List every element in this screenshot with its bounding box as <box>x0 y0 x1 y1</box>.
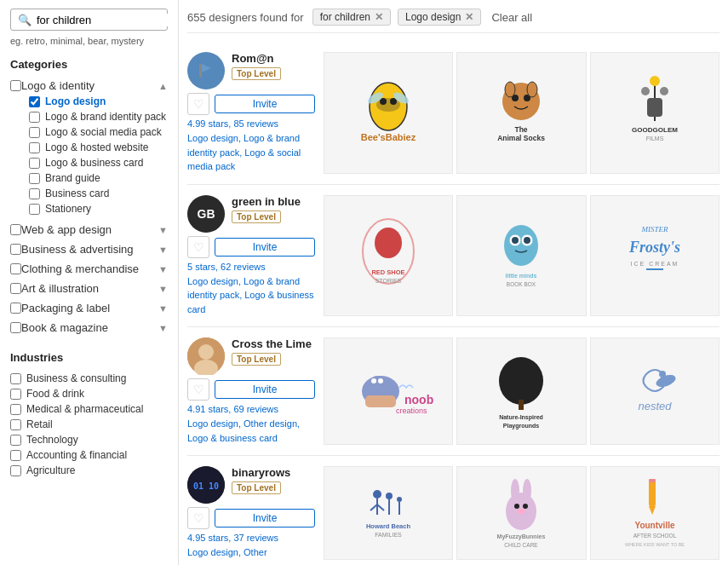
industry-agriculture-checkbox[interactable] <box>10 465 21 476</box>
category-clothing-checkbox[interactable] <box>10 263 21 274</box>
designer-name-ctl[interactable]: Cross the Lime <box>232 337 315 350</box>
svg-text:CHILD CARE: CHILD CARE <box>505 542 539 548</box>
logo-goodgolem: GOODGOLEM FILMS <box>608 74 702 151</box>
search-bar: 🔍 ✕ <box>10 9 168 31</box>
category-web-app[interactable]: Web & app design ▼ <box>10 220 168 239</box>
subcat-business-card-checkbox[interactable] <box>29 188 40 199</box>
designer-name-binaryrows[interactable]: binaryrows <box>232 466 315 479</box>
portfolio-nature-playgrounds[interactable]: Nature-Inspired Playgrounds <box>456 337 586 445</box>
svg-point-52 <box>654 372 677 389</box>
industry-business-checkbox[interactable] <box>10 373 21 384</box>
portfolio-bees-babiez[interactable]: Bee'sBabiez <box>324 52 453 174</box>
invite-button-roman[interactable]: Invite <box>215 95 315 113</box>
rating-link-binaryrows[interactable]: 4.95 stars, 37 reviews <box>187 533 278 543</box>
industry-food[interactable]: Food & drink <box>10 386 168 401</box>
subcat-logo-design-checkbox[interactable] <box>29 96 40 107</box>
svg-point-27 <box>504 225 538 266</box>
search-suggestions: eg. retro, minimal, bear, mystery <box>10 36 168 46</box>
heart-invite-roman: ♡ Invite <box>187 93 315 115</box>
filter-tag-for-children[interactable]: for children ✕ <box>312 9 391 26</box>
portfolio-frostys[interactable]: MISTER Frosty's ICE CREAM <box>590 195 719 317</box>
filter-tag-logo-design[interactable]: Logo design ✕ <box>398 9 481 26</box>
designer-name-roman[interactable]: Rom@n <box>232 52 315 65</box>
category-logo-identity-header[interactable]: Logo & identity ▲ <box>10 78 168 94</box>
designer-level-gib: Top Level <box>232 210 281 223</box>
logo-bees-babiez: Bee'sBabiez <box>346 74 431 151</box>
heart-button-roman[interactable]: ♡ <box>187 93 209 115</box>
svg-rect-77 <box>649 479 656 482</box>
industry-technology[interactable]: Technology <box>10 432 168 447</box>
portfolio-noob[interactable]: noob creations <box>324 337 453 445</box>
industry-food-checkbox[interactable] <box>10 389 21 400</box>
industry-agriculture[interactable]: Agriculture <box>10 463 168 478</box>
category-book[interactable]: Book & magazine ▼ <box>10 318 168 337</box>
invite-button-gib[interactable]: Invite <box>215 238 315 257</box>
industry-accounting[interactable]: Accounting & financial <box>10 447 168 463</box>
subcat-logo-social-checkbox[interactable] <box>29 127 40 138</box>
industry-business[interactable]: Business & consulting <box>10 371 168 386</box>
category-web-app-checkbox[interactable] <box>10 224 21 235</box>
rating-link-gib[interactable]: 5 stars, 62 reviews <box>187 262 266 272</box>
category-book-checkbox[interactable] <box>10 322 21 333</box>
svg-text:WHERE KIDS WANT TO BE: WHERE KIDS WANT TO BE <box>625 542 685 547</box>
svg-point-57 <box>373 490 381 499</box>
industry-medical[interactable]: Medical & pharmaceutical <box>10 401 168 417</box>
category-business-adv-checkbox[interactable] <box>10 244 21 255</box>
portfolio-nested[interactable]: nested <box>590 337 719 445</box>
subcat-logo-biz-card-checkbox[interactable] <box>29 158 40 169</box>
portfolio-goodgolem[interactable]: GOODGOLEM FILMS <box>590 52 719 174</box>
heart-invite-ctl: ♡ Invite <box>187 378 315 401</box>
subcat-logo-brand-checkbox[interactable] <box>29 112 40 123</box>
remove-filter-logo-design[interactable]: ✕ <box>465 11 473 23</box>
category-art[interactable]: Art & illustration ▼ <box>10 279 168 298</box>
search-input[interactable] <box>37 14 179 26</box>
category-art-checkbox[interactable] <box>10 283 21 294</box>
subcat-logo-hosted-checkbox[interactable] <box>29 142 40 153</box>
industry-accounting-checkbox[interactable] <box>10 450 21 461</box>
category-logo-identity-checkbox[interactable] <box>10 80 21 91</box>
remove-filter-for-children[interactable]: ✕ <box>375 11 383 23</box>
designer-info-ctl: Cross the Lime Top Level ♡ Invite 4.91 s… <box>187 337 324 445</box>
invite-button-binaryrows[interactable]: Invite <box>215 509 315 528</box>
heart-button-ctl[interactable]: ♡ <box>187 378 209 401</box>
industry-technology-checkbox[interactable] <box>10 435 21 446</box>
portfolio-howard-beach[interactable]: Howard Beach FAMILIES <box>324 466 453 560</box>
logo-little-minds: little minds BOOK BOX <box>474 213 568 298</box>
portfolio-animal-socks[interactable]: The Animal Socks <box>456 52 586 174</box>
chevron-down-icon-3: ▼ <box>158 264 168 274</box>
subcat-logo-hosted[interactable]: Logo & hosted website <box>27 140 168 155</box>
subcat-business-card[interactable]: Business card <box>27 186 168 201</box>
category-packaging[interactable]: Packaging & label ▼ <box>10 298 168 318</box>
heart-button-binaryrows[interactable]: ♡ <box>187 507 209 529</box>
category-logo-identity: Logo & identity ▲ Logo design Logo & bra… <box>10 78 168 216</box>
subcat-logo-design[interactable]: Logo design <box>27 94 168 109</box>
category-business-adv[interactable]: Business & advertising ▼ <box>10 239 168 259</box>
subcat-logo-brand[interactable]: Logo & brand identity pack <box>27 109 168 124</box>
chevron-down-icon-6: ▼ <box>158 323 168 333</box>
industry-medical-checkbox[interactable] <box>10 404 21 415</box>
clear-all-button[interactable]: Clear all <box>491 11 532 24</box>
rating-link-roman[interactable]: 4.99 stars, 85 reviews <box>187 118 278 129</box>
subcat-brand-guide[interactable]: Brand guide <box>27 170 168 186</box>
subcat-stationery-checkbox[interactable] <box>29 204 40 215</box>
svg-text:FILMS: FILMS <box>646 135 664 141</box>
portfolio-fuzzy-bunnies[interactable]: MyFuzzyBunnies CHILD CARE <box>456 466 586 560</box>
category-clothing[interactable]: Clothing & merchandise ▼ <box>10 259 168 279</box>
industry-retail-checkbox[interactable] <box>10 419 21 430</box>
subcat-brand-guide-checkbox[interactable] <box>29 173 40 184</box>
subcat-logo-biz-card[interactable]: Logo & business card <box>27 155 168 170</box>
subcat-stationery[interactable]: Stationery <box>27 201 168 216</box>
portfolio-red-shoe[interactable]: RED SHOE STORIES <box>324 195 453 317</box>
svg-point-12 <box>505 82 515 97</box>
invite-button-ctl[interactable]: Invite <box>215 380 315 399</box>
svg-point-72 <box>517 509 525 514</box>
avatar-roman <box>187 52 225 89</box>
subcat-logo-social[interactable]: Logo & social media pack <box>27 124 168 140</box>
portfolio-little-minds[interactable]: little minds BOOK BOX <box>456 195 586 317</box>
industry-retail[interactable]: Retail <box>10 417 168 432</box>
category-packaging-checkbox[interactable] <box>10 303 21 314</box>
portfolio-yountville[interactable]: Yountville AFTER SCHOOL WHERE KIDS WANT … <box>590 466 719 560</box>
heart-button-gib[interactable]: ♡ <box>187 236 209 258</box>
designer-name-gib[interactable]: green in blue <box>232 195 315 208</box>
rating-link-ctl[interactable]: 4.91 stars, 69 reviews <box>187 404 278 414</box>
